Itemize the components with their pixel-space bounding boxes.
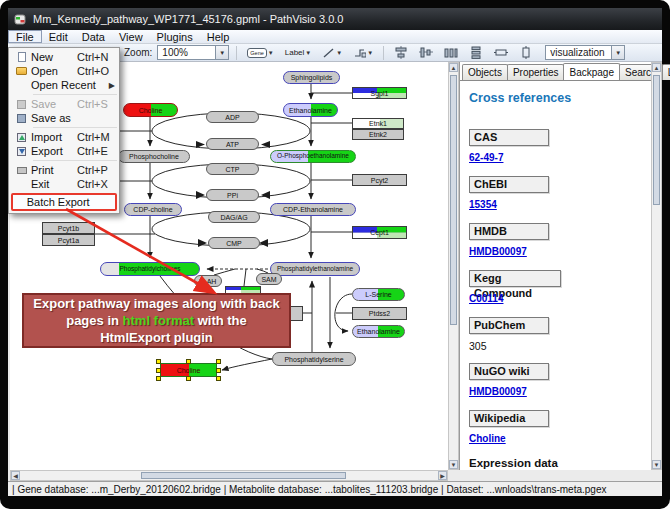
selection-handle[interactable] xyxy=(186,376,191,381)
menu-help[interactable]: Help xyxy=(200,30,237,43)
node-cdp-ethanolamine[interactable]: CDP-Ethanolamine xyxy=(270,203,356,216)
node-ptdss2[interactable]: Ptdss2 xyxy=(352,307,407,320)
scroll-down-icon[interactable]: ▼ xyxy=(449,460,458,469)
menu-item-export[interactable]: ExportCtrl+E xyxy=(9,144,119,158)
menu-data[interactable]: Data xyxy=(75,30,112,43)
node-atp[interactable]: ATP xyxy=(206,138,259,150)
xref-link[interactable]: HMDB00097 xyxy=(469,246,527,257)
node-phosphatidylethanolamine[interactable]: Phosphatidylethanolamine xyxy=(270,262,360,276)
scrollbar-thumb[interactable] xyxy=(141,472,346,479)
distribute-horizontal-button[interactable] xyxy=(441,45,461,60)
menu-separator xyxy=(33,160,117,161)
backpage-section-wikipedia: Wikipedia Choline xyxy=(469,410,629,446)
menu-item-new[interactable]: NewCtrl+N xyxy=(9,50,119,64)
menu-item-open[interactable]: OpenCtrl+O xyxy=(9,64,119,78)
label-tool-button[interactable]: Label ▼ xyxy=(282,45,315,60)
scroll-up-icon[interactable]: ▲ xyxy=(449,63,458,72)
node-pcyt1b[interactable]: Pcyt1b xyxy=(42,222,95,234)
selection-handle[interactable] xyxy=(216,376,221,381)
selection-handle[interactable] xyxy=(216,359,221,364)
align-center-vertical-icon xyxy=(419,46,433,59)
line-tool-button[interactable]: ▼ xyxy=(319,45,345,60)
visualization-combobox[interactable]: visualization ▼ xyxy=(545,45,625,60)
menu-item-open-recent[interactable]: Open Recent▶ xyxy=(9,78,119,92)
section-title: ChEBI xyxy=(469,176,549,193)
scroll-down-icon[interactable]: ▼ xyxy=(652,460,661,469)
scrollbar-thumb[interactable] xyxy=(450,75,457,325)
selection-handle[interactable] xyxy=(156,376,161,381)
selection-handle[interactable] xyxy=(186,359,191,364)
node-adp[interactable]: ADP xyxy=(206,111,259,123)
node-cmp[interactable]: CMP xyxy=(208,237,260,249)
canvas-vertical-scrollbar[interactable]: ▲ ▼ xyxy=(448,62,459,470)
tab-objects[interactable]: Objects xyxy=(462,64,508,80)
xref-link[interactable]: HMDB00097 xyxy=(469,386,527,397)
tab-backpage[interactable]: Backpage xyxy=(563,63,619,80)
node-choline-top[interactable]: Choline xyxy=(123,103,178,117)
scroll-left-icon[interactable]: ◀ xyxy=(11,471,20,480)
menu-item-import[interactable]: ImportCtrl+M xyxy=(9,130,119,144)
tab-legend[interactable]: Legend xyxy=(662,64,670,80)
node-s-ah[interactable]: S-AH xyxy=(194,275,222,287)
node-choline-selected[interactable]: Choline xyxy=(160,363,217,377)
scrollbar-thumb[interactable] xyxy=(653,75,660,205)
canvas-horizontal-scrollbar[interactable]: ◀ ▶ xyxy=(10,470,448,481)
menu-edit[interactable]: Edit xyxy=(42,30,75,43)
node-ethanolamine-bottom[interactable]: Ethanolamine xyxy=(352,325,405,338)
xref-link[interactable]: 62-49-7 xyxy=(469,152,503,163)
backpage-section-cas: CAS 62-49-7 xyxy=(469,129,629,165)
visualization-value: visualization xyxy=(546,47,611,58)
node-etnk2[interactable]: Etnk2 xyxy=(352,129,404,140)
node-ethanolamine-top[interactable]: Ethanolamine xyxy=(283,103,338,117)
menu-view[interactable]: View xyxy=(112,30,150,43)
distribute-vertical-icon xyxy=(469,46,483,59)
chevron-down-icon[interactable]: ▼ xyxy=(215,46,228,59)
menu-plugins[interactable]: Plugins xyxy=(150,30,200,43)
node-phosphocholine[interactable]: Phosphocholine xyxy=(118,150,190,163)
menu-item-save-as[interactable]: Save as xyxy=(9,111,119,125)
panel-vertical-scrollbar[interactable]: ▲ ▼ xyxy=(651,62,662,470)
node-pcyt2[interactable]: Pcyt2 xyxy=(352,174,407,186)
menu-file[interactable]: File xyxy=(8,30,42,43)
node-l-serine[interactable]: L-Serine xyxy=(352,288,405,301)
selection-handle[interactable] xyxy=(156,368,161,373)
selection-handle[interactable] xyxy=(156,359,161,364)
connector-tool-button[interactable]: ▼ xyxy=(350,45,376,60)
align-center-vertical-button[interactable] xyxy=(416,45,436,60)
menu-item-print[interactable]: PrintCtrl+P xyxy=(9,163,119,177)
node-cdp-choline[interactable]: CDP-choline xyxy=(124,203,182,216)
menu-item-batch-export[interactable]: Batch Export xyxy=(13,195,115,209)
zoom-combobox[interactable]: 100% ▼ xyxy=(157,45,229,60)
node-sgpl1[interactable]: Sgpl1 xyxy=(352,87,407,99)
node-sam[interactable]: SAM xyxy=(256,273,282,285)
datanode-tool-button[interactable]: Gene ▼ xyxy=(244,45,276,60)
title-bar[interactable]: Mm_Kennedy_pathway_WP1771_45176.gpml - P… xyxy=(8,8,662,30)
node-sphingolipids[interactable]: Sphingolipids xyxy=(283,71,340,84)
chevron-down-icon[interactable]: ▼ xyxy=(611,46,624,59)
node-phosphatidylcholines[interactable]: Phosphatidylcholines xyxy=(100,262,200,276)
node-o-phosphoethanolamine[interactable]: O-Phosphoethanolamine xyxy=(270,150,356,163)
stack-vertical-button[interactable] xyxy=(516,45,536,60)
section-title: Wikipedia xyxy=(469,410,549,427)
scroll-up-icon[interactable]: ▲ xyxy=(652,63,661,72)
xref-link[interactable]: Choline xyxy=(469,433,506,444)
selection-handle[interactable] xyxy=(216,368,221,373)
chevron-down-icon: ▼ xyxy=(268,50,274,56)
node-pcyt1a[interactable]: Pcyt1a xyxy=(42,234,95,246)
distribute-vertical-button[interactable] xyxy=(466,45,486,60)
node-ppi[interactable]: PPi xyxy=(206,189,259,201)
tab-properties[interactable]: Properties xyxy=(507,64,565,80)
node-cept1[interactable]: Cept1 xyxy=(352,226,407,239)
stack-horizontal-button[interactable] xyxy=(491,45,511,60)
gene-node-icon: Gene xyxy=(247,48,266,58)
annotation-line2: pages in html format with the xyxy=(24,312,289,329)
scroll-right-icon[interactable]: ▶ xyxy=(438,471,447,480)
align-center-horizontal-button[interactable] xyxy=(391,45,411,60)
xref-link[interactable]: C00114 xyxy=(469,293,503,304)
node-dag-ag[interactable]: DAG/AG xyxy=(208,211,260,223)
node-etnk1[interactable]: Etnk1 xyxy=(352,118,404,129)
node-phosphatidylserine[interactable]: Phosphatidylserine xyxy=(272,352,356,366)
node-ctp[interactable]: CTP xyxy=(206,163,259,175)
xref-link[interactable]: 15354 xyxy=(469,199,497,210)
menu-item-exit[interactable]: ExitCtrl+X xyxy=(9,177,119,191)
